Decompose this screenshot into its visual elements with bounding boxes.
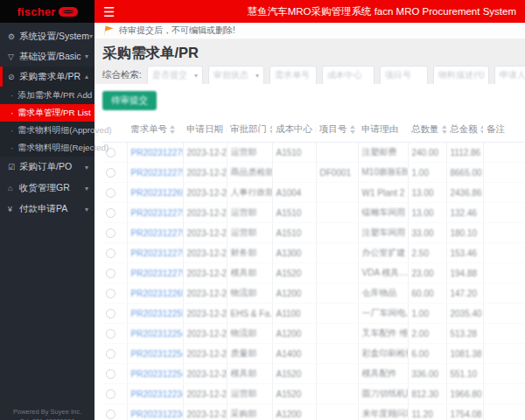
approval-dept-cell: 财务部 [227, 243, 272, 263]
pr-number-link[interactable]: PR2023122651 [131, 289, 184, 298]
sidebar-item-pr-list[interactable]: · 需求单管理/PR List [0, 104, 94, 122]
table-row: PR20231225492023-12-25物流部A1200叉车配件 维修2.0… [102, 324, 524, 344]
column-header-qty[interactable]: 总数量 [408, 117, 446, 143]
sort-icon[interactable] [226, 122, 227, 136]
column-header-pr[interactable]: 需求单号 [127, 117, 183, 143]
applicant-input[interactable]: 申请人 [494, 66, 525, 86]
row-select-radio[interactable] [106, 410, 116, 419]
column-header-label: 需求单号 [130, 123, 167, 134]
sidebar-item-pa[interactable]: ¥ 付款申请PA ▾ [0, 199, 94, 220]
pr-number-link[interactable]: PR2023122549 [131, 329, 184, 339]
sort-icon[interactable] [170, 122, 175, 136]
column-header-label: 项目号 [319, 123, 347, 134]
column-header-proj[interactable]: 项目号 [316, 117, 358, 143]
column-header-date[interactable]: 申请日期 [183, 117, 227, 143]
sidebar-item-basic[interactable]: ▽ 基础设置/Basic ▾ [0, 46, 94, 66]
material-code-input[interactable]: 物料描述代码 [433, 66, 489, 86]
pr-number-link[interactable]: PR2023122550 [131, 309, 184, 318]
submit-status-select[interactable]: 是否提交 ▾ [147, 66, 203, 86]
reason-cell: W1 Plant 2 [358, 183, 408, 203]
column-header-amount[interactable]: 总金额 [446, 117, 483, 143]
request-date-cell-text: 2023-12-27 [187, 168, 228, 178]
approval-dept-cell: 采购部 [227, 404, 272, 420]
project-number-cell [316, 183, 358, 203]
sidebar-item-pr-approved[interactable]: · 需求物料明细(Approved) [0, 122, 94, 139]
approval-dept-cell: 物流部 [227, 324, 272, 344]
sidebar-item-po[interactable]: ☑ 采购订单/PO ▾ [0, 157, 94, 178]
sort-icon[interactable] [350, 122, 355, 136]
pr-number-link[interactable]: PR2023122346 [131, 389, 184, 399]
row-select-radio[interactable] [106, 309, 116, 318]
row-select-radio[interactable] [106, 369, 116, 379]
bullet-icon: · [10, 91, 13, 101]
cost-center-cell [272, 163, 316, 183]
request-date-cell: 2023-12-26 [183, 284, 227, 304]
request-date-cell-text: 2023-12-27 [187, 248, 228, 258]
row-select-radio[interactable] [106, 248, 116, 258]
sidebar-item-pr-add[interactable]: · 添加需求单/PR Add [0, 87, 94, 104]
sidebar-item-pr-rejected[interactable]: · 需求物料明细(Rejected) [0, 139, 94, 157]
reason-cell: 注塑车间用 [358, 223, 408, 243]
table-row: PR20231227532023-12-27财务部A1300办公室扩建2.501… [102, 243, 524, 263]
pr-number-link[interactable]: PR2023122754 [131, 228, 184, 238]
brand-logo: fischer [0, 0, 94, 23]
remark-cell [483, 263, 524, 284]
approval-dept-cell: 运营部 [227, 384, 272, 404]
pr-number-link[interactable]: PR2023122758 [131, 148, 184, 158]
reason-cell: M10膨胀EB… [358, 163, 408, 183]
cost-center-cell-text: A1200 [276, 289, 302, 298]
sidebar-item-system[interactable]: ⚙ 系统设置/System ▾ [0, 26, 94, 46]
pr-number-link[interactable]: PR2023122757 [131, 168, 184, 178]
sort-icon[interactable] [442, 122, 447, 136]
total-qty-cell-text: 60.00 [412, 289, 434, 298]
row-select-radio[interactable] [106, 208, 116, 218]
row-select-radio[interactable] [106, 289, 116, 298]
pr-number-link[interactable]: PR2023122548 [131, 349, 184, 359]
sidebar-item-gr[interactable]: ⌂ 收货管理GR ▾ [0, 178, 94, 199]
column-header-label: 申请日期 [186, 123, 223, 134]
approval-status-select[interactable]: 审批状态 ▾ [208, 66, 264, 86]
table-cell [102, 384, 127, 404]
pr-submenu: · 添加需求单/PR Add · 需求单管理/PR List · 需求物料明细(… [0, 87, 94, 157]
table-row: PR20231225482023-12-25质量部A1400彩盒印刷检验…6.0… [102, 344, 524, 364]
pr-number-input[interactable]: 需求单号 [270, 66, 317, 86]
total-qty-cell: 812.30 [408, 384, 446, 404]
submit-for-approval-button[interactable]: 待审提交 [102, 91, 157, 110]
pr-number-link[interactable]: PR2023122547 [131, 369, 184, 379]
hamburger-menu-icon[interactable]: ☰ [103, 5, 115, 18]
row-select-radio[interactable] [106, 228, 116, 238]
row-select-radio[interactable] [106, 269, 116, 278]
row-select-radio[interactable] [106, 329, 116, 339]
pr-number-link[interactable]: PR2023122752 [131, 269, 184, 278]
cost-center-input[interactable]: 成本中心 [322, 66, 374, 86]
sort-icon[interactable] [315, 122, 316, 136]
sidebar-item-pr[interactable]: ⊘ 采购需求单/PR ▴ [0, 66, 94, 87]
column-header-dept[interactable]: 审批部门 [227, 117, 272, 143]
row-select-radio[interactable] [106, 168, 116, 178]
table-cell [102, 364, 127, 384]
total-amount-cell: 1966.80 [446, 384, 483, 404]
brand-name: fischer [17, 5, 55, 18]
project-number-input[interactable]: 项目号 [380, 66, 428, 86]
gear-icon: ⚙ [8, 32, 19, 41]
sidebar-item-label: 付款申请PA [19, 203, 67, 215]
sort-icon[interactable] [480, 122, 484, 136]
pr-number-link[interactable]: PR2023122656 [131, 188, 184, 198]
remark-cell [483, 304, 524, 324]
sort-icon[interactable] [270, 122, 272, 136]
row-select-radio[interactable] [106, 188, 116, 198]
row-select-radio[interactable] [106, 389, 116, 399]
cost-center-cell: A1300 [272, 243, 316, 263]
column-header-cc[interactable]: 成本中心 [272, 117, 316, 143]
project-number-cell [316, 263, 358, 284]
approval-dept-cell-text: 运营部 [231, 228, 257, 237]
procurement-icon: ⊘ [8, 73, 19, 81]
pr-number-link[interactable]: PR2023122755 [131, 208, 184, 218]
total-amount-cell-text: 147.20 [451, 289, 478, 298]
approval-dept-cell: 商品质检部… [227, 163, 272, 183]
pr-number-link[interactable]: PR2023122753 [131, 248, 184, 258]
table-row: PR20231227572023-12-27商品质检部…DF0001M10膨胀E… [102, 163, 524, 183]
project-number-cell [316, 243, 358, 263]
pr-number-link[interactable]: PR2023122345 [131, 410, 184, 419]
row-select-radio[interactable] [106, 349, 116, 359]
